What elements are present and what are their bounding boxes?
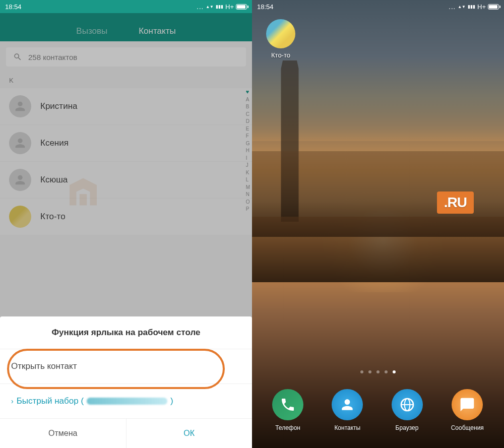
home-screen: 18:54 ... ▲▼ ▮▮▮ H+ Кто-то .RU Телефон К…	[252, 0, 504, 448]
shortcut-label: Кто-то	[266, 51, 295, 59]
dock-messages[interactable]: Сообщения	[451, 389, 484, 431]
dialog-title: Функция ярлыка на рабочем столе	[0, 316, 252, 349]
phone-icon	[272, 389, 303, 420]
dock-browser[interactable]: Браузер	[392, 389, 423, 431]
masked-number	[87, 398, 167, 405]
dialog-actions: Отмена ОК	[0, 419, 252, 448]
battery-icon	[488, 4, 499, 10]
ok-button[interactable]: ОК	[127, 419, 253, 448]
dock: Телефон Контакты Браузер Сообщения	[252, 377, 504, 448]
page-indicator[interactable]	[252, 370, 504, 373]
browser-icon	[392, 389, 423, 420]
chevron-right-icon: ›	[11, 397, 14, 405]
network-label: H+	[225, 3, 234, 11]
status-time: 18:54	[257, 3, 274, 11]
status-bar: 18:54 ... ▲▼ ▮▮▮ H+	[252, 0, 504, 13]
shortcut-dialog: Функция ярлыка на рабочем столе Открыть …	[0, 316, 252, 448]
dock-contacts[interactable]: Контакты	[332, 389, 363, 431]
dock-phone[interactable]: Телефон	[272, 389, 303, 431]
battery-icon	[236, 4, 247, 10]
status-bar: 18:54 ... ▲▼ ▮▮▮ H+	[0, 0, 252, 13]
contact-shortcut[interactable]: Кто-то	[266, 19, 295, 59]
messages-icon	[452, 389, 483, 420]
status-icons: ... ▲▼ ▮▮▮ H+	[449, 3, 499, 11]
cancel-button[interactable]: Отмена	[0, 419, 127, 448]
shortcut-avatar	[266, 19, 295, 48]
network-label: H+	[477, 3, 486, 11]
option-quick-dial[interactable]: › Быстрый набор ( )	[0, 384, 252, 419]
watermark-badge: .RU	[437, 191, 474, 214]
contacts-app-screen: 18:54 ... ▲▼ ▮▮▮ H+ Вызовы Контакты 258 …	[0, 0, 252, 448]
option-open-contact[interactable]: Открыть контакт	[0, 349, 252, 384]
status-time: 18:54	[5, 3, 22, 11]
contacts-icon	[332, 389, 363, 420]
status-icons: ... ▲▼ ▮▮▮ H+	[197, 3, 247, 11]
